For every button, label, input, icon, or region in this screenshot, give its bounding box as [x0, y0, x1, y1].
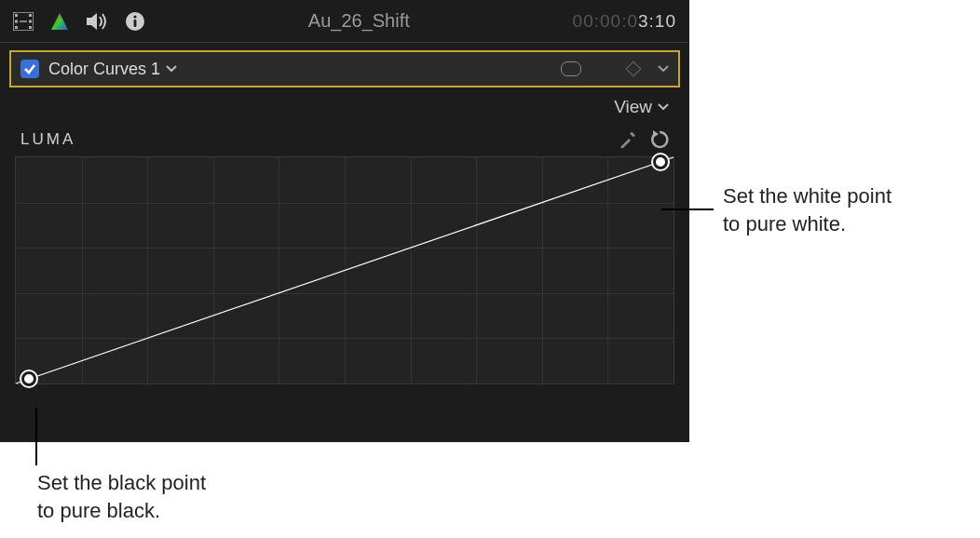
view-label: View: [614, 97, 652, 117]
luma-curve-line[interactable]: [16, 157, 674, 383]
inspector-panel: Au_26_Shift 00:00:03:10 Color Curves 1 V…: [0, 0, 689, 442]
svg-rect-4: [29, 14, 32, 17]
inspector-toolbar: Au_26_Shift 00:00:03:10: [0, 0, 689, 43]
chevron-down-icon: [658, 103, 669, 111]
callout-black: Set the black point to pure black.: [37, 469, 206, 524]
effect-enable-checkbox[interactable]: [20, 60, 39, 78]
svg-rect-12: [134, 20, 137, 27]
callout-line-white: [661, 208, 714, 210]
callout-white: Set the white point to pure white.: [723, 182, 892, 237]
reset-icon[interactable]: [650, 130, 669, 149]
svg-rect-1: [15, 14, 18, 17]
color-icon[interactable]: [50, 12, 69, 31]
info-icon[interactable]: [125, 11, 145, 32]
chevron-down-icon[interactable]: [658, 65, 669, 73]
white-point-handle[interactable]: [653, 155, 668, 169]
effect-name-dropdown[interactable]: Color Curves 1: [48, 60, 177, 79]
view-menu[interactable]: View: [0, 87, 689, 125]
timecode-bright: 3:10: [638, 11, 676, 31]
svg-marker-8: [51, 13, 68, 30]
svg-rect-3: [15, 26, 18, 29]
luma-curve-area[interactable]: [15, 156, 674, 384]
speaker-icon[interactable]: [86, 12, 108, 31]
svg-rect-5: [29, 20, 32, 22]
luma-label: LUMA: [20, 130, 75, 149]
toolbar-tabs: [13, 11, 145, 32]
eyedropper-icon[interactable]: [619, 130, 637, 149]
svg-line-15: [16, 157, 674, 383]
timecode: 00:00:03:10: [573, 11, 676, 32]
chevron-down-icon: [166, 65, 177, 73]
svg-point-11: [133, 15, 136, 18]
svg-marker-14: [653, 130, 659, 138]
film-icon[interactable]: [13, 12, 34, 31]
keyframe-icon[interactable]: [626, 61, 642, 77]
luma-header: LUMA: [0, 125, 689, 153]
black-point-handle[interactable]: [21, 371, 36, 386]
clip-title: Au_26_Shift: [162, 10, 556, 32]
svg-marker-9: [87, 13, 97, 30]
timecode-dim: 00:00:0: [573, 11, 638, 31]
effect-name-label: Color Curves 1: [48, 60, 160, 79]
mask-icon[interactable]: [561, 61, 581, 76]
callout-line-black: [35, 408, 37, 465]
svg-rect-2: [15, 20, 18, 22]
svg-rect-6: [29, 26, 32, 29]
effect-header: Color Curves 1: [9, 50, 680, 87]
svg-rect-13: [630, 131, 635, 137]
